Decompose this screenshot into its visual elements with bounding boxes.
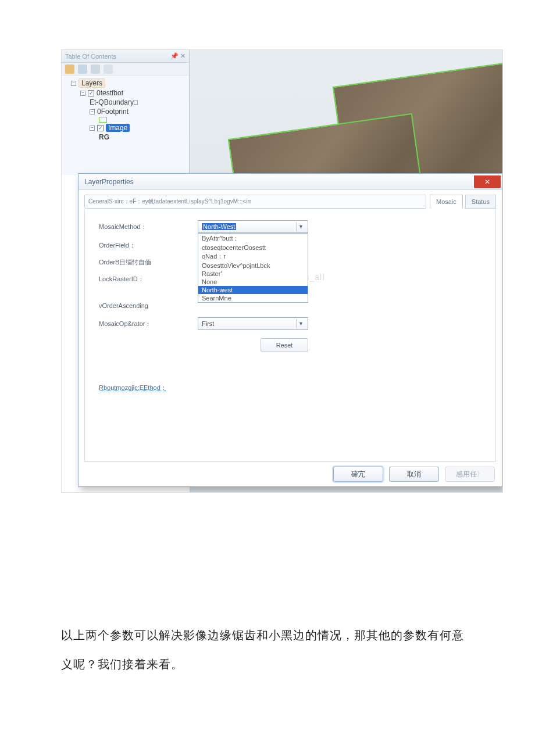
toc-header: Table Of Contents 📌 ✕	[62, 50, 189, 63]
order-base-label: OrderB目缁忖自偭	[99, 258, 198, 267]
chevron-down-icon[interactable]: ▼	[296, 222, 305, 231]
mosaic-method-label: MosaicMethod：	[99, 223, 198, 231]
dropdown-item[interactable]: SearnMne	[198, 294, 308, 302]
cancel-button[interactable]: 取消	[389, 467, 439, 482]
dropdown-item[interactable]: ctoseqtocenterOosestt	[198, 243, 308, 252]
tree-item[interactable]: Et-QBoundary□	[64, 98, 187, 107]
pin-icon[interactable]: 📌	[170, 52, 179, 59]
tab-status[interactable]: Status	[465, 195, 496, 209]
collapse-icon[interactable]: −	[71, 81, 76, 86]
dropdown-item[interactable]: oNad：r	[198, 252, 308, 261]
dialog-close-button[interactable]: ✕	[474, 175, 501, 188]
apply-button[interactable]: 感用任〉	[445, 467, 495, 482]
toc-list-by-source-icon[interactable]	[78, 65, 87, 74]
layer-label: RG	[99, 133, 109, 141]
layer-label: Et-QBoundary□	[90, 98, 138, 106]
toc-list-by-drawing-icon[interactable]	[65, 65, 74, 74]
tree-item[interactable]: − ✓ Image	[64, 123, 187, 132]
lock-raster-label: LockRasterID：	[99, 275, 198, 284]
dropdown-item[interactable]: OosesttoViev^pojntLbck	[198, 261, 308, 270]
dropdown-item[interactable]: Raster'	[198, 270, 308, 278]
chevron-down-icon[interactable]: ▼	[296, 319, 305, 328]
dropdown-item[interactable]: ByAttr^butt：	[198, 234, 308, 243]
about-mosaic-method-link[interactable]: Rboutmozgjic;EEthod：	[99, 384, 482, 392]
footprint-symbol-icon	[99, 117, 107, 123]
close-icon[interactable]: ✕	[180, 52, 186, 59]
toc-list-by-visibility-icon[interactable]	[91, 65, 100, 74]
mosaic-operator-label: MosaicOp&rator：	[99, 320, 198, 328]
collapse-icon[interactable]: −	[90, 109, 95, 114]
layer-label-selected[interactable]: Image	[106, 124, 130, 132]
layer-tree[interactable]: − Layers − ✓ 0testfbot Et-QBoundary□ − 0…	[62, 76, 189, 142]
tree-root[interactable]: − Layers	[64, 78, 187, 88]
collapse-icon[interactable]: −	[90, 126, 95, 131]
mosaic-operator-value: First	[202, 320, 214, 327]
dialog-title: LayerProperties	[84, 178, 134, 186]
dropdown-item-selected[interactable]: North-west	[198, 286, 308, 294]
dialog-tabs: CeneralS-xirc：eF：ey帆tadataextentLispIayS…	[79, 190, 502, 209]
layers-node[interactable]: Layers	[79, 78, 105, 88]
article-paragraph: 以上两个参数可以解决影像边缘锯齿和小黑边的情况，那其他的参数有何意义呢？我们接着…	[61, 621, 474, 679]
mosaic-operator-select[interactable]: First ▼	[198, 317, 308, 330]
layer-checkbox[interactable]: ✓	[97, 125, 104, 131]
layer-label: 0testfbot	[97, 89, 123, 97]
toc-pin-close[interactable]: 📌 ✕	[170, 52, 186, 60]
dialog-body: http://blog.csdn.net/arcgis_all MosaicMe…	[84, 210, 496, 462]
mosaic-method-select[interactable]: North-West ▼	[198, 220, 308, 233]
dialog-titlebar[interactable]: LayerProperties ✕	[79, 174, 502, 190]
layer-properties-dialog: LayerProperties ✕ CeneralS-xirc：eF：ey帆ta…	[78, 173, 502, 487]
app-screenshot: Table Of Contents 📌 ✕ − Layers −	[61, 49, 503, 493]
reset-button[interactable]: Reset	[261, 338, 308, 352]
order-ascending-checkbox-label[interactable]: vOrderAscending	[99, 302, 198, 309]
layer-label: 0Footprint	[97, 108, 129, 116]
close-icon: ✕	[484, 178, 490, 186]
dialog-button-bar: 碲宂 取消 感用任〉	[333, 467, 495, 482]
dropdown-item[interactable]: None	[198, 278, 308, 286]
mosaic-method-dropdown[interactable]: ByAttr^butt： ctoseqtocenterOosestt oNad：…	[198, 233, 308, 303]
tabstrip-overflow[interactable]: CeneralS-xirc：eF：ey帆tadataextentLispIayS…	[84, 195, 426, 209]
mosaic-method-value: North-West	[202, 223, 236, 230]
table-of-contents-panel: Table Of Contents 📌 ✕ − Layers −	[62, 50, 190, 175]
tree-item[interactable]: − 0Footprint	[64, 107, 187, 116]
ok-button[interactable]: 碲宂	[333, 467, 383, 482]
layer-checkbox[interactable]: ✓	[88, 90, 94, 96]
toc-options-icon[interactable]	[104, 65, 113, 74]
tab-mosaic[interactable]: Mosaic	[430, 195, 463, 209]
tree-item[interactable]: − ✓ 0testfbot	[64, 88, 187, 98]
toc-toolbar	[62, 63, 189, 76]
tree-symbol	[64, 116, 187, 123]
collapse-icon[interactable]: −	[80, 91, 85, 96]
order-field-label: OrderField：	[99, 241, 198, 250]
toc-title: Table Of Contents	[65, 53, 116, 60]
tree-item: RG	[64, 132, 187, 142]
